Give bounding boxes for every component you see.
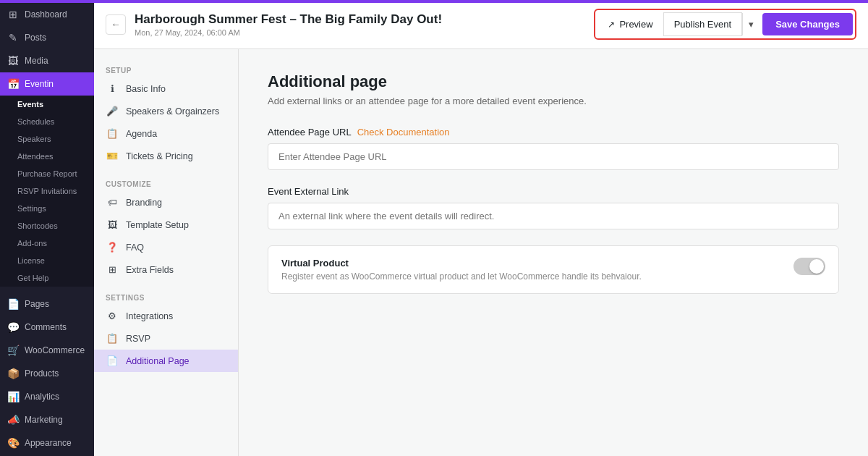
nav-integrations[interactable]: ⚙ Integrations <box>94 305 238 327</box>
sub-item-addons[interactable]: Add-ons <box>0 235 94 252</box>
faq-icon: ❓ <box>106 242 119 253</box>
top-bar-actions: ↗ Preview Publish Event ▾ Save Changes <box>594 9 856 40</box>
sidebar-item-eventin[interactable]: 📅 Eventin <box>0 72 94 96</box>
sub-item-rsvp-invitations[interactable]: RSVP Invitations <box>0 182 94 200</box>
sidebar-item-analytics[interactable]: 📊 Analytics <box>0 385 94 408</box>
sidebar-item-posts[interactable]: ✎ Posts <box>0 26 94 49</box>
template-icon: 🖼 <box>106 219 119 230</box>
virtual-product-card: Virtual Product Register event as WooCom… <box>268 245 839 294</box>
event-external-link-section: Event External Link <box>268 186 839 229</box>
sub-item-get-help[interactable]: Get Help <box>0 269 94 287</box>
customize-section-label: Customize <box>94 174 238 191</box>
event-title: Harborough Summer Fest – The Big Family … <box>135 12 442 27</box>
attendee-page-url-section: Attendee Page URL Check Documentation <box>268 127 839 170</box>
sub-item-schedules[interactable]: Schedules <box>0 113 94 130</box>
nav-tickets-pricing[interactable]: 🎫 Tickets & Pricing <box>94 145 238 167</box>
event-sidebar: Setup ℹ Basic Info 🎤 Speakers & Orgainze… <box>94 49 239 456</box>
page-subheading: Add external links or an attendee page f… <box>268 96 839 106</box>
top-bar: ← Harborough Summer Fest – The Big Famil… <box>94 0 868 49</box>
sub-item-events[interactable]: Events <box>0 96 94 113</box>
external-link-label: Event External Link <box>268 186 839 197</box>
sub-item-speakers[interactable]: Speakers <box>0 130 94 148</box>
marketing-icon: 📣 <box>7 414 19 426</box>
appearance-icon: 🎨 <box>7 437 19 449</box>
nav-faq[interactable]: ❓ FAQ <box>94 236 238 258</box>
sidebar-item-dashboard[interactable]: ⊞ Dashboard <box>0 3 94 26</box>
event-date: Mon, 27 May, 2024, 06:00 AM <box>135 28 442 37</box>
sub-item-purchase-report[interactable]: Purchase Report <box>0 165 94 182</box>
top-accent-bar <box>0 0 868 3</box>
setup-section-label: Setup <box>94 61 238 77</box>
speakers-icon: 🎤 <box>106 106 119 117</box>
wp-admin-sidebar: ⊞ Dashboard ✎ Posts 🖼 Media 📅 Eventin Ev… <box>0 0 94 456</box>
tickets-icon: 🎫 <box>106 151 119 161</box>
back-arrow-icon: ← <box>111 19 120 30</box>
sidebar-item-marketing[interactable]: 📣 Marketing <box>0 408 94 431</box>
preview-button[interactable]: ↗ Preview <box>597 13 663 35</box>
nav-additional-page[interactable]: 📄 Additional Page <box>94 350 238 372</box>
external-link-icon: ↗ <box>608 20 615 30</box>
nav-extra-fields[interactable]: ⊞ Extra Fields <box>94 258 238 281</box>
sidebar-item-comments[interactable]: 💬 Comments <box>0 316 94 339</box>
posts-icon: ✎ <box>7 32 19 43</box>
nav-basic-info[interactable]: ℹ Basic Info <box>94 77 238 100</box>
top-bar-left: ← Harborough Summer Fest – The Big Famil… <box>106 12 442 37</box>
sidebar-item-products[interactable]: 📦 Products <box>0 362 94 385</box>
sub-item-attendees[interactable]: Attendees <box>0 148 94 165</box>
sub-item-license[interactable]: License <box>0 252 94 269</box>
page-content: Additional page Add external links or an… <box>239 49 868 456</box>
dashboard-icon: ⊞ <box>7 9 19 20</box>
virtual-product-toggle[interactable] <box>793 258 825 275</box>
nav-speakers-organizers[interactable]: 🎤 Speakers & Orgainzers <box>94 100 238 122</box>
rsvp-icon: 📋 <box>106 333 119 344</box>
publish-dropdown-button[interactable]: ▾ <box>742 13 760 35</box>
back-button[interactable]: ← <box>106 14 126 35</box>
event-external-link-input[interactable] <box>268 203 839 229</box>
nav-template-setup[interactable]: 🖼 Template Setup <box>94 214 238 236</box>
nav-rsvp[interactable]: 📋 RSVP <box>94 327 238 350</box>
publish-event-button[interactable]: Publish Event <box>663 12 743 36</box>
chevron-down-icon: ▾ <box>749 19 754 30</box>
virtual-product-description: Register event as WooCommerce virtual pr… <box>281 271 642 282</box>
sidebar-item-woocommerce[interactable]: 🛒 WooCommerce <box>0 339 94 362</box>
virtual-product-title: Virtual Product <box>281 258 642 269</box>
woocommerce-icon: 🛒 <box>7 345 19 356</box>
pages-icon: 📄 <box>7 298 19 310</box>
integrations-icon: ⚙ <box>106 311 119 321</box>
content-area: Setup ℹ Basic Info 🎤 Speakers & Orgainze… <box>94 49 868 456</box>
sidebar-item-media[interactable]: 🖼 Media <box>0 49 94 72</box>
page-heading: Additional page <box>268 72 839 91</box>
analytics-icon: 📊 <box>7 391 19 402</box>
eventin-icon: 📅 <box>7 78 19 90</box>
sidebar-item-pages[interactable]: 📄 Pages <box>0 292 94 316</box>
check-documentation-link[interactable]: Check Documentation <box>357 127 450 138</box>
media-icon: 🖼 <box>7 55 19 67</box>
attendee-url-label: Attendee Page URL Check Documentation <box>268 127 839 138</box>
basic-info-icon: ℹ <box>106 83 119 94</box>
products-icon: 📦 <box>7 368 19 379</box>
nav-agenda[interactable]: 📋 Agenda <box>94 122 238 145</box>
agenda-icon: 📋 <box>106 128 119 139</box>
comments-icon: 💬 <box>7 321 19 333</box>
additional-page-icon: 📄 <box>106 355 119 366</box>
extra-fields-icon: ⊞ <box>106 264 119 275</box>
save-changes-button[interactable]: Save Changes <box>762 13 853 35</box>
virtual-product-text: Virtual Product Register event as WooCom… <box>281 258 642 282</box>
sidebar-item-appearance[interactable]: 🎨 Appearance <box>0 431 94 455</box>
settings-section-label: Settings <box>94 288 238 305</box>
main-wrapper: ← Harborough Summer Fest – The Big Famil… <box>94 0 868 456</box>
nav-branding[interactable]: 🏷 Branding <box>94 191 238 214</box>
attendee-page-url-input[interactable] <box>268 143 839 170</box>
event-info: Harborough Summer Fest – The Big Family … <box>135 12 442 37</box>
sub-item-settings[interactable]: Settings <box>0 200 94 217</box>
sub-item-shortcodes[interactable]: Shortcodes <box>0 217 94 235</box>
branding-icon: 🏷 <box>106 197 119 208</box>
